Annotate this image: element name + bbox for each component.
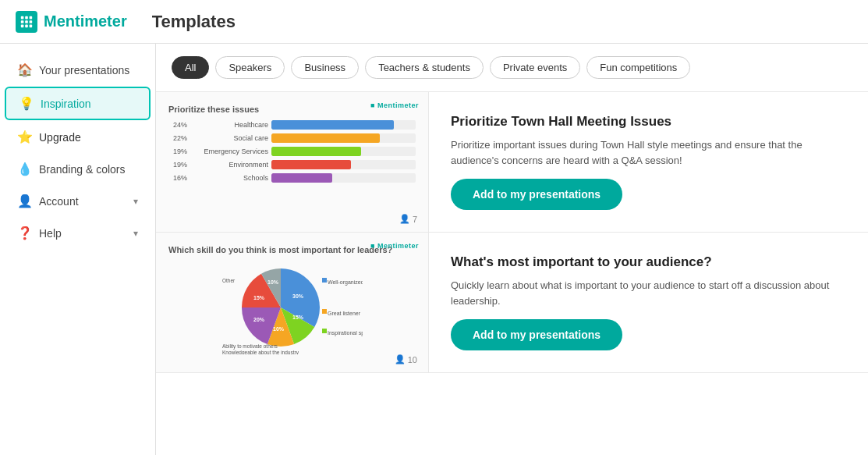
svg-text:Ability to motivate others: Ability to motivate others [222, 343, 278, 350]
svg-rect-3 [21, 20, 24, 23]
svg-text:Great listener: Great listener [328, 311, 361, 316]
chevron-down-icon: ▾ [133, 196, 138, 207]
svg-text:15%: 15% [253, 295, 265, 300]
svg-rect-4 [25, 20, 28, 23]
main-content: All Speakers Business Teachers & student… [156, 44, 868, 455]
page-title: Templates [152, 12, 236, 32]
person-icon: 👤 [399, 214, 410, 224]
inspiration-icon: 💡 [19, 96, 33, 111]
sidebar-item-label: Upgrade [39, 131, 138, 144]
header: Mentimeter Templates [0, 0, 868, 44]
branding-icon: 💧 [17, 162, 31, 176]
template-card-leadership: Which skill do you think is most importa… [156, 233, 868, 373]
filter-speakers[interactable]: Speakers [215, 56, 285, 79]
sidebar-item-account[interactable]: 👤 Account ▾ [5, 186, 151, 216]
sidebar-item-label: Account [39, 195, 126, 208]
logo-text: Mentimeter [44, 12, 127, 30]
svg-text:10%: 10% [267, 279, 279, 285]
svg-rect-8 [30, 24, 33, 27]
template-description: Prioritize important issues during Town … [451, 137, 846, 168]
sidebar-item-inspiration[interactable]: 💡 Inspiration [5, 87, 151, 120]
chevron-down-icon: ▾ [133, 228, 138, 239]
svg-rect-10 [322, 278, 327, 283]
person-icon: 👤 [395, 354, 406, 364]
sidebar-item-label: Your presentations [39, 64, 138, 76]
help-icon: ❓ [17, 226, 31, 240]
svg-rect-2 [30, 16, 33, 19]
svg-rect-5 [30, 20, 33, 23]
filter-fun-competitions[interactable]: Fun competitions [586, 56, 690, 79]
filter-business[interactable]: Business [291, 56, 359, 79]
template-preview-town-hall: Prioritize these issues ■ Mentimeter 24%… [156, 92, 429, 232]
logo-icon [16, 11, 37, 33]
home-icon: 🏠 [17, 62, 31, 77]
bar-row: 19% Emergency Services [168, 147, 416, 156]
template-name: What's most important to your audience? [451, 254, 846, 270]
pie-chart: Well-organized Great listener Inspiratio… [222, 261, 363, 354]
participant-count: 👤 10 [395, 354, 417, 364]
sidebar-item-label: Branding & colors [39, 163, 138, 176]
svg-text:Well-organized: Well-organized [328, 279, 363, 286]
bar-row: 22% Social care [168, 133, 416, 143]
filter-private-events[interactable]: Private events [490, 56, 580, 79]
svg-rect-7 [25, 24, 28, 27]
account-icon: 👤 [17, 194, 31, 208]
svg-text:15%: 15% [292, 315, 304, 320]
svg-rect-14 [322, 329, 327, 333]
sidebar-item-label: Inspiration [41, 98, 136, 110]
template-card-town-hall: Prioritize these issues ■ Mentimeter 24%… [156, 92, 868, 233]
svg-rect-1 [25, 16, 28, 19]
svg-text:Other: Other [222, 278, 236, 283]
star-icon: ⭐ [17, 130, 31, 144]
sidebar-item-label: Help [39, 227, 126, 240]
svg-rect-12 [322, 309, 327, 314]
main-layout: 🏠 Your presentations 💡 Inspiration ⭐ Upg… [0, 44, 868, 455]
bar-chart: 24% Healthcare 22% Social care 19% Emerg… [168, 120, 416, 183]
sidebar-item-help[interactable]: ❓ Help ▾ [5, 218, 151, 248]
add-to-presentations-button-2[interactable]: Add to my presentations [451, 319, 622, 350]
template-description: Quickly learn about what is important to… [451, 278, 846, 308]
participant-count: 👤 7 [399, 214, 417, 224]
logo: Mentimeter [16, 11, 127, 33]
svg-text:Knowledgeable about the indust: Knowledgeable about the industry [222, 350, 299, 354]
svg-text:10%: 10% [273, 326, 285, 332]
mentimeter-badge: ■ Mentimeter [370, 101, 419, 109]
sidebar-item-upgrade[interactable]: ⭐ Upgrade [5, 122, 151, 152]
filter-bar: All Speakers Business Teachers & student… [156, 44, 868, 92]
sidebar-item-your-presentations[interactable]: 🏠 Your presentations [5, 55, 151, 85]
mentimeter-badge: ■ Mentimeter [370, 242, 419, 250]
filter-all[interactable]: All [172, 56, 209, 79]
template-info-leadership: What's most important to your audience? … [429, 233, 868, 372]
bar-row: 24% Healthcare [168, 120, 416, 130]
sidebar: 🏠 Your presentations 💡 Inspiration ⭐ Upg… [0, 44, 156, 455]
svg-rect-6 [21, 24, 24, 27]
add-to-presentations-button[interactable]: Add to my presentations [451, 179, 622, 210]
svg-text:30%: 30% [292, 293, 304, 299]
svg-text:Inspirational speaker: Inspirational speaker [328, 330, 363, 336]
bar-row: 19% Environment [168, 160, 416, 169]
template-preview-leadership: Which skill do you think is most importa… [156, 233, 429, 372]
svg-rect-0 [21, 16, 24, 19]
template-info-town-hall: Prioritize Town Hall Meeting Issues Prio… [429, 92, 868, 232]
svg-text:20%: 20% [253, 317, 265, 322]
sidebar-item-branding-colors[interactable]: 💧 Branding & colors [5, 154, 151, 184]
bar-row: 16% Schools [168, 173, 416, 183]
filter-teachers-students[interactable]: Teachers & students [365, 56, 484, 79]
template-name: Prioritize Town Hall Meeting Issues [451, 114, 846, 130]
